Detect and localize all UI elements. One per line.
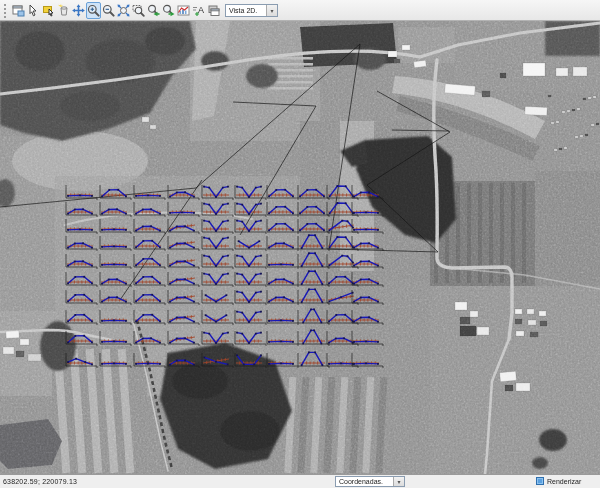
chart-icon	[177, 4, 190, 17]
map-viewport[interactable]	[0, 21, 600, 474]
chevron-down-icon[interactable]: ▾	[266, 5, 277, 16]
gis-application-window: A Vista 2D. ▾	[0, 0, 600, 488]
cursor-icon	[27, 4, 40, 17]
status-bar: 638202.59; 220079.13 Coordenadas. ▾ Rend…	[0, 474, 600, 488]
bucket-clear-icon	[57, 4, 70, 17]
zoom-out-button[interactable]	[101, 2, 116, 19]
toolbar-grip[interactable]	[3, 3, 8, 18]
select-area-button[interactable]	[41, 2, 56, 19]
magnifier-forward-icon	[162, 4, 175, 17]
profile-charts	[66, 185, 383, 368]
coordinates-selector[interactable]: Coordenadas. ▾	[335, 476, 405, 487]
tin-lines	[0, 44, 450, 300]
label-tool-button[interactable]: A	[191, 2, 206, 19]
magnifier-back-icon	[147, 4, 160, 17]
select-arrow-button[interactable]	[26, 2, 41, 19]
coordinates-selector-value: Coordenadas.	[336, 478, 393, 485]
view-selector[interactable]: Vista 2D. ▾	[225, 4, 278, 17]
magnifier-plus-icon	[87, 4, 100, 17]
cursor-coordinates: 638202.59; 220079.13	[3, 478, 77, 485]
select-area-icon	[42, 4, 55, 17]
magnifier-expand-icon	[117, 4, 130, 17]
views-panel-button[interactable]	[206, 2, 221, 19]
pan-button[interactable]	[71, 2, 86, 19]
svg-text:A: A	[198, 4, 204, 14]
pan-arrows-icon	[72, 4, 85, 17]
magnifier-minus-icon	[102, 4, 115, 17]
zoom-previous-button[interactable]	[146, 2, 161, 19]
label-a-icon: A	[192, 4, 205, 17]
zoom-extent-button[interactable]	[116, 2, 131, 19]
zoom-next-button[interactable]	[161, 2, 176, 19]
main-toolbar: A Vista 2D. ▾	[0, 0, 600, 21]
render-label: Renderizar	[547, 478, 581, 485]
add-overview-button[interactable]	[11, 2, 26, 19]
render-checkbox[interactable]	[536, 477, 544, 485]
chevron-down-icon[interactable]: ▾	[393, 477, 404, 486]
profile-tool-button[interactable]	[176, 2, 191, 19]
zoom-window-button[interactable]	[131, 2, 146, 19]
zoom-in-button[interactable]	[86, 2, 101, 19]
render-option: Renderizar	[536, 477, 581, 485]
profiles-overlay	[0, 21, 600, 474]
clear-selection-button[interactable]	[56, 2, 71, 19]
magnifier-lasso-icon	[132, 4, 145, 17]
view-selector-value: Vista 2D.	[226, 7, 266, 14]
window-add-icon	[12, 4, 25, 17]
layers-icon	[207, 4, 220, 17]
